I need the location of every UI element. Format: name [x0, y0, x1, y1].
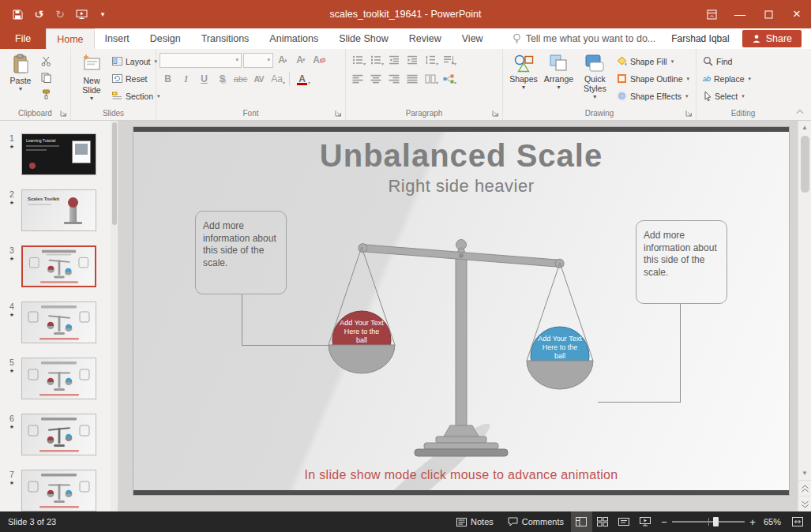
tab-insert[interactable]: Insert [95, 28, 140, 49]
tab-design[interactable]: Design [140, 28, 191, 49]
normal-view-button[interactable] [571, 511, 592, 532]
tab-view[interactable]: View [452, 28, 494, 49]
section-button[interactable]: Section [109, 88, 163, 104]
paste-button[interactable]: Paste [3, 52, 38, 93]
align-center-button[interactable] [367, 71, 384, 87]
find-button[interactable]: Find [700, 53, 754, 69]
convert-to-smartart-button[interactable] [440, 71, 456, 87]
account-name[interactable]: Farshad Iqbal [671, 33, 729, 44]
notes-toggle-button[interactable]: Notes [449, 511, 501, 532]
zoom-slider-handle[interactable] [713, 517, 719, 526]
font-color-button[interactable]: A [294, 71, 310, 87]
change-case-button[interactable]: Aa [268, 71, 285, 87]
slide-show-button[interactable] [635, 511, 656, 532]
thumbnail-slide-4[interactable] [21, 302, 96, 343]
increase-font-size-button[interactable]: A▲ [275, 52, 291, 68]
fit-slide-to-window-button[interactable] [787, 511, 808, 532]
scroll-down-button[interactable]: ▼ [798, 466, 811, 480]
thumbnail-slide-1[interactable]: Learning Tutorial [21, 133, 96, 175]
paragraph-dialog-launcher[interactable] [491, 109, 500, 118]
shapes-button[interactable]: Shapes [506, 52, 541, 92]
scrollbar-thumb[interactable] [801, 136, 809, 193]
font-dialog-launcher[interactable] [334, 109, 343, 118]
numbering-button[interactable] [367, 52, 384, 68]
increase-indent-button[interactable] [404, 52, 420, 68]
thumbnails-scrollbar-thumb[interactable] [112, 122, 117, 225]
select-button[interactable]: Select [700, 88, 754, 104]
clear-formatting-button[interactable]: A [311, 52, 328, 68]
clipboard-dialog-launcher[interactable] [59, 109, 68, 118]
scroll-up-button[interactable]: ▲ [798, 121, 811, 134]
shape-effects-button[interactable]: Shape Effects [614, 88, 693, 104]
tab-home[interactable]: Home [46, 28, 94, 49]
tell-me-box[interactable]: Tell me what you want to do... [513, 28, 656, 49]
previous-slide-button[interactable] [798, 480, 811, 496]
thumbnail-slide-2[interactable]: Scales Toolkit [21, 189, 96, 231]
bullets-button[interactable] [349, 52, 366, 68]
columns-button[interactable] [422, 71, 438, 87]
start-from-beginning-button[interactable] [72, 5, 91, 24]
slide-canvas[interactable]: Unbalanced Scale Right side heavier Add … [133, 127, 789, 495]
tab-review[interactable]: Review [399, 28, 452, 49]
format-painter-button[interactable] [38, 86, 54, 102]
comments-toggle-button[interactable]: Comments [501, 511, 571, 532]
next-slide-button[interactable] [798, 496, 811, 511]
copy-button[interactable] [38, 69, 54, 85]
thumbnail-slide-3-selected[interactable] [21, 245, 96, 287]
thumbnails-scrollbar[interactable] [111, 121, 118, 511]
character-spacing-button[interactable]: AV [250, 71, 267, 87]
thumbnail-slide-6[interactable] [21, 414, 96, 455]
right-ball-text[interactable]: Add Your Text Here to the ball [536, 335, 584, 360]
justify-button[interactable] [404, 71, 420, 87]
animation-instruction-text[interactable]: In slide show mode click mouse to advanc… [133, 468, 789, 482]
cut-button[interactable] [38, 53, 54, 69]
replace-button[interactable]: ab Replace [700, 70, 754, 87]
zoom-out-button[interactable]: − [656, 511, 672, 532]
bold-button[interactable]: B [160, 71, 176, 87]
strikethrough-button[interactable]: abc [232, 71, 249, 87]
close-button[interactable]: × [783, 0, 811, 28]
new-slide-button[interactable]: New Slide [74, 52, 109, 103]
decrease-font-size-button[interactable]: A▼ [293, 52, 310, 68]
left-ball-text[interactable]: Add Your Text Here to the ball [338, 319, 385, 344]
decrease-indent-button[interactable] [385, 52, 402, 68]
tab-file[interactable]: File [0, 28, 46, 49]
font-name-combo[interactable]: ▾ [160, 53, 242, 68]
text-direction-button[interactable] [440, 52, 456, 68]
shape-fill-button[interactable]: Shape Fill [614, 53, 693, 69]
reading-view-button[interactable] [614, 511, 635, 532]
redo-button[interactable]: ↻ [51, 5, 69, 24]
collapse-ribbon-button[interactable] [794, 106, 806, 117]
tab-slide-show[interactable]: Slide Show [329, 28, 399, 49]
slide-sorter-view-button[interactable] [592, 511, 614, 532]
shape-outline-button[interactable]: Shape Outline [614, 70, 693, 87]
thumbnail-slide-5[interactable] [21, 358, 96, 399]
thumbnail-slide-7[interactable] [21, 470, 96, 511]
align-left-button[interactable] [349, 71, 366, 87]
zoom-in-button[interactable]: + [745, 511, 760, 532]
tab-transitions[interactable]: Transitions [191, 28, 260, 49]
drawing-dialog-launcher[interactable] [685, 109, 693, 118]
align-right-button[interactable] [385, 71, 402, 87]
slide-indicator[interactable]: Slide 3 of 23 [8, 517, 56, 526]
font-size-combo[interactable]: ▾ [243, 53, 273, 68]
save-icon[interactable] [8, 5, 27, 24]
balance-scale-graphic[interactable] [133, 127, 789, 495]
line-spacing-button[interactable] [422, 52, 438, 68]
tab-animations[interactable]: Animations [259, 28, 329, 49]
zoom-level[interactable]: 65% [760, 517, 787, 526]
maximize-button[interactable] [754, 0, 783, 28]
zoom-slider[interactable] [672, 511, 745, 532]
ribbon-display-options-button[interactable] [697, 0, 726, 28]
text-shadow-button[interactable]: S [214, 71, 231, 87]
minimize-button[interactable]: — [726, 0, 754, 28]
italic-button[interactable]: I [178, 71, 194, 87]
underline-button[interactable]: U [196, 71, 212, 87]
share-button[interactable]: Share [742, 30, 802, 47]
arrange-button[interactable]: Arrange [541, 52, 576, 92]
customize-qat-button[interactable]: ▾ [93, 5, 112, 24]
reset-button[interactable]: Reset [109, 70, 163, 87]
undo-button[interactable]: ↺▾ [29, 5, 48, 24]
quick-styles-button[interactable]: Quick Styles [576, 52, 614, 101]
layout-button[interactable]: Layout [109, 53, 163, 69]
